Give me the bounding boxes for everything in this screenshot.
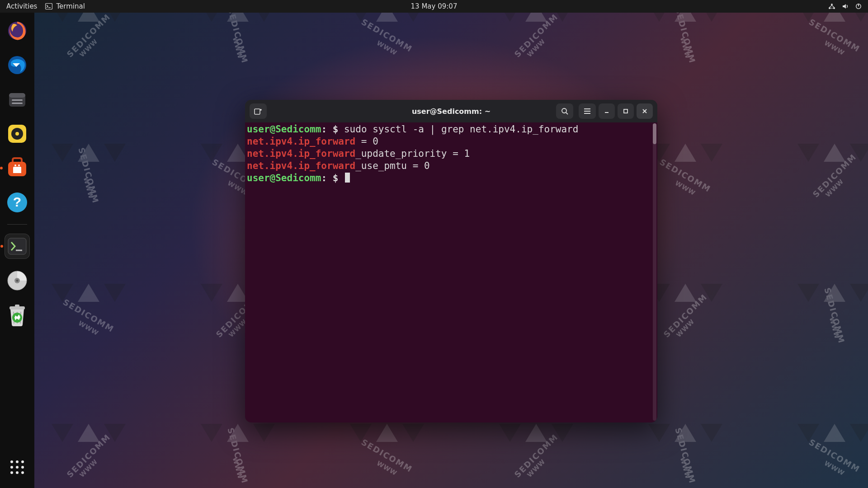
minimize-icon (604, 108, 610, 114)
topbar-app-label: Terminal (56, 2, 85, 10)
svg-rect-27 (9, 306, 25, 310)
close-icon (642, 108, 648, 114)
dock-files[interactable] (5, 87, 30, 112)
svg-point-4 (833, 7, 835, 9)
clock[interactable]: 13 May 09:07 (411, 2, 458, 10)
svg-rect-48 (624, 109, 627, 113)
wallpaper-tile: SEDICOMMWWW (753, 13, 868, 139)
svg-point-32 (21, 460, 24, 463)
dock-separator (7, 224, 27, 225)
terminal-icon (45, 3, 52, 9)
wallpaper-tile: SEDICOMMWWW (34, 13, 170, 139)
svg-point-2 (831, 4, 833, 5)
wallpaper-tile: SEDICOMMWWW (34, 257, 170, 419)
terminal-line-output: net.ipv4.ip_forward = 0 (247, 136, 656, 148)
terminal-title: user@Sedicomm: ~ (412, 107, 491, 116)
wallpaper-tile: SEDICOMMWWW (753, 397, 868, 488)
svg-rect-12 (12, 103, 23, 104)
svg-point-35 (21, 466, 24, 469)
new-tab-icon (254, 108, 262, 115)
dock-software[interactable] (5, 155, 30, 181)
dock-firefox[interactable] (5, 18, 30, 43)
svg-point-15 (15, 132, 19, 136)
topbar-app-indicator[interactable]: Terminal (45, 2, 85, 10)
minimize-button[interactable] (599, 103, 615, 119)
terminal-cursor (345, 173, 350, 183)
top-bar: Activities Terminal 13 May 09:07 (0, 0, 868, 13)
terminal-line-prompt: user@Sedicomm: $ sudo sysctl -a | grep n… (247, 123, 656, 136)
svg-rect-10 (9, 93, 25, 98)
terminal-scrollbar[interactable] (653, 123, 656, 421)
power-icon[interactable] (855, 3, 862, 9)
dock-terminal[interactable] (5, 234, 30, 259)
show-applications-button[interactable] (5, 455, 30, 480)
terminal-line-output: net.ipv4.ip_forward_update_priority = 1 (247, 148, 656, 160)
wallpaper-tile: SEDICOMMWWW (34, 397, 170, 488)
svg-point-18 (18, 164, 20, 166)
svg-point-3 (829, 7, 830, 9)
dock: ? (0, 13, 34, 488)
svg-point-38 (21, 471, 24, 474)
svg-text:?: ? (13, 194, 21, 209)
terminal-line-output: net.ipv4.ip_forward_use_pmtu = 0 (247, 160, 656, 172)
activities-button[interactable]: Activities (6, 2, 37, 10)
svg-rect-28 (15, 305, 19, 307)
maximize-button[interactable] (618, 103, 634, 119)
hamburger-icon (584, 108, 591, 114)
svg-rect-39 (255, 109, 260, 114)
wallpaper-tile: SEDICOMMWWW (753, 117, 868, 279)
svg-point-31 (16, 460, 19, 463)
search-icon (561, 108, 568, 115)
terminal-line-prompt: user@Sedicomm: $ (247, 172, 656, 184)
dock-disc[interactable] (5, 268, 30, 293)
svg-point-17 (14, 164, 16, 166)
network-icon[interactable] (828, 3, 835, 9)
new-tab-button[interactable] (250, 103, 267, 119)
svg-rect-11 (12, 99, 23, 101)
dock-thunderbird[interactable] (5, 52, 30, 78)
dock-help[interactable]: ? (5, 190, 30, 215)
terminal-scrollbar-thumb[interactable] (653, 123, 656, 144)
svg-point-26 (16, 280, 19, 282)
dock-rhythmbox[interactable] (5, 121, 30, 146)
svg-line-43 (566, 113, 568, 114)
svg-point-34 (16, 466, 19, 469)
terminal-window: user@Sedicomm: ~ user@Se (245, 100, 657, 422)
desktop[interactable]: SEDICOMMWWWSEDICOMMWWWSEDICOMMWWWSEDICOM… (34, 13, 868, 488)
dock-trash[interactable] (5, 302, 30, 328)
svg-point-33 (10, 466, 13, 469)
maximize-icon (623, 108, 629, 114)
svg-rect-0 (46, 4, 52, 9)
svg-point-42 (562, 108, 566, 113)
wallpaper-tile: SEDICOMMWWW (753, 257, 868, 419)
terminal-body[interactable]: user@Sedicomm: $ sudo sysctl -a | grep n… (245, 122, 657, 422)
svg-point-36 (10, 471, 13, 474)
close-button[interactable] (637, 103, 653, 119)
svg-point-37 (16, 471, 19, 474)
search-button[interactable] (556, 103, 573, 119)
svg-rect-21 (8, 238, 26, 254)
volume-icon[interactable] (842, 3, 849, 9)
svg-point-30 (10, 460, 13, 463)
wallpaper-tile: SEDICOMMWWW (34, 117, 170, 279)
terminal-titlebar[interactable]: user@Sedicomm: ~ (245, 100, 657, 122)
menu-button[interactable] (579, 103, 596, 119)
